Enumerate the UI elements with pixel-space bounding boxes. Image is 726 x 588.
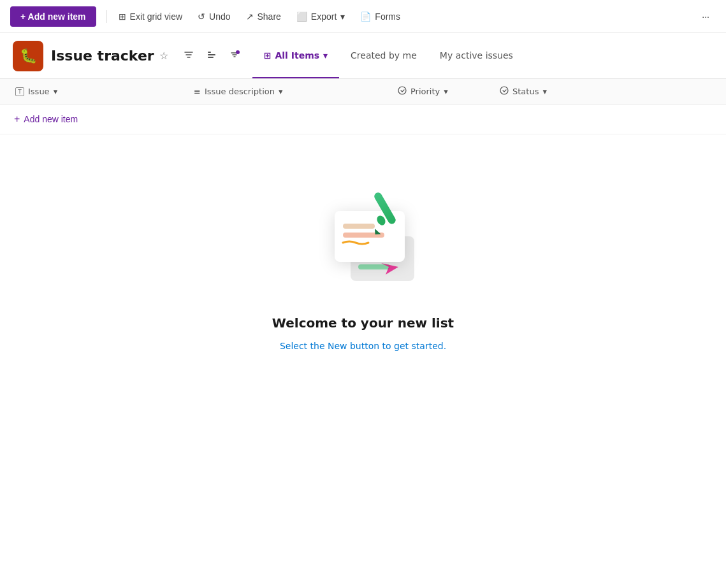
svg-rect-0 xyxy=(208,52,211,53)
forms-icon: 📄 xyxy=(360,11,371,22)
tab-my-active-issues[interactable]: My active issues xyxy=(428,33,525,78)
export-chevron-icon: ▾ xyxy=(340,11,345,22)
exit-grid-view-button[interactable]: ⊞ Exit grid view xyxy=(112,8,189,25)
empty-state-subtitle: Select the New button to get started. xyxy=(280,341,446,351)
filter-button[interactable] xyxy=(178,46,199,66)
more-options-button[interactable]: ··· xyxy=(695,8,716,25)
star-icon: ☆ xyxy=(159,50,168,61)
column-issue-description[interactable]: ≡ Issue description ▾ xyxy=(189,84,393,99)
tab-chevron-icon: ▾ xyxy=(323,50,328,61)
column-status[interactable]: Status ▾ xyxy=(495,83,597,99)
share-button[interactable]: ↗ Share xyxy=(240,8,287,25)
tabs-container: ⊞ All Items ▾ Created by me My active is… xyxy=(252,33,525,78)
undo-button[interactable]: ↺ Undo xyxy=(191,8,236,25)
forms-label: Forms xyxy=(375,11,400,22)
priority-col-label: Priority xyxy=(410,87,440,96)
toolbar-separator-1 xyxy=(106,10,107,23)
issue-col-chevron: ▾ xyxy=(54,87,58,96)
header-area: 🐛 Issue tracker ☆ xyxy=(0,33,726,79)
tab-all-items-label: All Items xyxy=(275,50,319,61)
group-button[interactable] xyxy=(201,46,222,66)
column-priority[interactable]: Priority ▾ xyxy=(393,83,495,99)
more-icon: ··· xyxy=(702,11,709,22)
status-col-label: Status xyxy=(512,87,539,96)
issue-col-label: Issue xyxy=(28,87,50,96)
tab-created-by-me-label: Created by me xyxy=(351,50,417,61)
page-title: Issue tracker xyxy=(51,48,154,64)
undo-label: Undo xyxy=(209,11,230,22)
add-item-row: + Add new item xyxy=(0,104,726,134)
export-button[interactable]: ⬜ Export ▾ xyxy=(290,8,351,25)
empty-subtitle-end: to get started. xyxy=(379,341,446,351)
add-new-item-label: Add new item xyxy=(24,114,78,124)
status-col-chevron: ▾ xyxy=(542,87,547,96)
favorite-button[interactable]: ☆ xyxy=(159,50,168,62)
svg-rect-1 xyxy=(208,54,215,55)
tab-my-active-issues-label: My active issues xyxy=(440,50,513,61)
svg-rect-11 xyxy=(343,224,375,229)
tab-all-items-icon: ⊞ xyxy=(264,50,272,61)
empty-illustration xyxy=(300,173,427,300)
desc-col-icon: ≡ xyxy=(194,87,201,96)
add-new-item-row-button[interactable]: + Add new item xyxy=(13,111,79,127)
tab-created-by-me[interactable]: Created by me xyxy=(339,33,428,78)
plus-icon: + xyxy=(14,113,20,125)
share-label: Share xyxy=(258,11,281,22)
column-issue[interactable]: T Issue ▾ xyxy=(10,84,189,99)
grid-icon: ⊞ xyxy=(119,11,126,22)
desc-col-label: Issue description xyxy=(205,87,275,96)
sort-button[interactable] xyxy=(224,46,245,66)
svg-point-4 xyxy=(398,87,406,94)
header-tools xyxy=(178,46,245,66)
export-label: Export xyxy=(311,11,337,22)
svg-rect-2 xyxy=(208,57,214,58)
priority-col-chevron: ▾ xyxy=(444,87,448,96)
tab-all-items[interactable]: ⊞ All Items ▾ xyxy=(252,33,339,78)
forms-button[interactable]: 📄 Forms xyxy=(354,8,407,25)
undo-icon: ↺ xyxy=(198,11,205,22)
toolbar: + Add new item ⊞ Exit grid view ↺ Undo ↗… xyxy=(0,0,726,33)
svg-point-5 xyxy=(500,87,508,94)
empty-state: Welcome to your new list Select the New … xyxy=(0,134,726,376)
columns-row: T Issue ▾ ≡ Issue description ▾ Priority… xyxy=(0,79,726,104)
svg-point-3 xyxy=(236,50,240,54)
empty-subtitle-link: New button xyxy=(328,341,379,351)
status-col-icon xyxy=(500,86,509,97)
export-icon: ⬜ xyxy=(296,11,307,22)
empty-subtitle-text: Select the xyxy=(280,341,328,351)
priority-col-icon xyxy=(398,86,407,97)
share-icon: ↗ xyxy=(246,11,254,22)
group-icon xyxy=(207,50,217,62)
filter-icon xyxy=(184,50,194,62)
app-icon: 🐛 xyxy=(13,41,43,71)
exit-grid-label: Exit grid view xyxy=(130,11,182,22)
desc-col-chevron: ▾ xyxy=(279,87,283,96)
sort-icon xyxy=(229,50,240,62)
empty-state-title: Welcome to your new list xyxy=(272,315,454,331)
bug-icon: 🐛 xyxy=(20,48,37,64)
add-new-item-button[interactable]: + Add new item xyxy=(10,6,96,27)
issue-col-icon: T xyxy=(15,87,24,96)
